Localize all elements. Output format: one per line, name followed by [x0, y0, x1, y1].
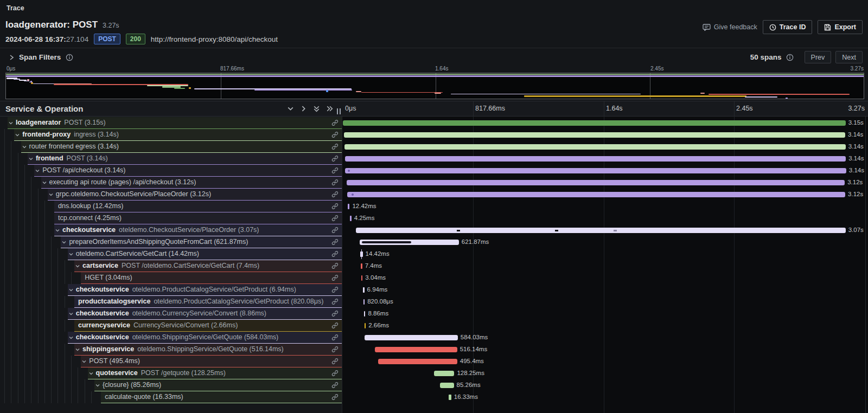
span-link-icon[interactable]	[331, 286, 339, 293]
span-link-icon[interactable]	[331, 322, 339, 329]
span-link-icon[interactable]	[331, 262, 339, 269]
span-bar[interactable]	[356, 228, 846, 233]
chevron-down-icon[interactable]	[35, 168, 40, 173]
span-bar[interactable]	[361, 263, 362, 269]
chevron-down-icon[interactable]	[8, 120, 14, 126]
span-label[interactable]: productcatalogserviceoteldemo.ProductCat…	[74, 296, 342, 308]
span-label[interactable]: checkoutserviceoteldemo.ProductCatalogSe…	[68, 284, 342, 296]
chevron-down-icon[interactable]	[68, 311, 74, 317]
trace-id-button[interactable]: Trace ID	[763, 20, 813, 34]
span-link-icon[interactable]	[331, 155, 339, 162]
span-bar[interactable]	[378, 359, 457, 364]
span-link-icon[interactable]	[331, 143, 339, 150]
span-label[interactable]: dns.lookup (12.42ms)	[54, 201, 342, 212]
chevron-down-icon[interactable]	[15, 132, 20, 138]
span-link-icon[interactable]	[331, 393, 339, 401]
span-link-icon[interactable]	[331, 227, 339, 234]
span-bar[interactable]	[345, 168, 846, 173]
span-bar[interactable]	[344, 132, 845, 138]
span-bar[interactable]	[364, 311, 366, 317]
next-button[interactable]: Next	[835, 51, 863, 63]
span-bar[interactable]	[375, 347, 457, 352]
span-link-icon[interactable]	[331, 370, 339, 377]
span-label[interactable]: prepareOrderItemsAndShippingQuoteFromCar…	[61, 236, 342, 248]
span-link-icon[interactable]	[331, 131, 339, 138]
span-bar[interactable]	[434, 371, 455, 376]
chevron-down-icon[interactable]	[81, 359, 87, 364]
span-label[interactable]: cartservicePOST /oteldemo.CartService/Ge…	[74, 260, 342, 272]
span-label[interactable]: frontend-proxyingress (3.14s)	[14, 129, 342, 141]
span-link-icon[interactable]	[331, 191, 339, 198]
panel-title[interactable]: Trace	[7, 4, 24, 12]
span-label[interactable]: checkoutserviceoteldemo.ShippingService/…	[68, 332, 342, 344]
span-link-icon[interactable]	[331, 119, 339, 126]
expand-all-icon[interactable]	[326, 105, 334, 113]
span-bar[interactable]	[365, 323, 366, 328]
chevron-down-icon[interactable]	[68, 251, 74, 257]
span-bar[interactable]	[360, 240, 459, 245]
span-label[interactable]: currencyserviceCurrencyService/Convert (…	[74, 320, 342, 332]
span-bar[interactable]	[363, 299, 365, 305]
span-bar[interactable]	[365, 335, 458, 340]
span-label[interactable]: checkoutserviceoteldemo.CurrencyService/…	[68, 308, 342, 320]
span-filters-toggle[interactable]: Span Filters	[9, 48, 73, 66]
span-label[interactable]: executing api route (pages) /api/checkou…	[41, 177, 342, 189]
span-link-icon[interactable]	[331, 238, 339, 246]
span-label[interactable]: oteldemo.CartService/GetCart (14.42ms)	[68, 248, 342, 260]
span-label[interactable]: shippingserviceoteldemo.ShippingService/…	[74, 344, 342, 356]
export-button[interactable]: Export	[818, 20, 863, 34]
chevron-down-icon[interactable]	[75, 263, 80, 269]
span-bar[interactable]	[360, 251, 362, 257]
span-link-icon[interactable]	[331, 298, 339, 305]
span-link-icon[interactable]	[331, 346, 339, 353]
chevron-down-icon[interactable]	[28, 156, 34, 162]
span-label[interactable]: {closure} (85.26ms)	[94, 379, 342, 391]
chevron-down-icon[interactable]	[88, 371, 94, 376]
span-link-icon[interactable]	[331, 274, 339, 281]
span-label[interactable]: tcp.connect (4.25ms)	[54, 212, 342, 224]
chevron-down-icon[interactable]	[68, 335, 74, 340]
chevron-down-icon[interactable]	[75, 347, 80, 352]
trace-minimap[interactable]	[5, 73, 864, 99]
chevron-down-icon[interactable]	[68, 287, 74, 293]
span-bar[interactable]	[440, 383, 454, 388]
span-bar[interactable]	[345, 156, 846, 162]
collapse-all-icon[interactable]	[312, 105, 321, 113]
chevron-down-icon[interactable]	[42, 180, 47, 185]
prev-button[interactable]: Prev	[805, 51, 832, 63]
chevron-down-icon[interactable]	[95, 383, 100, 388]
span-bar[interactable]	[343, 120, 846, 126]
span-bar[interactable]	[449, 395, 451, 400]
span-label[interactable]: POST (495.4ms)	[81, 356, 342, 367]
span-bar[interactable]	[347, 192, 845, 197]
chevron-down-icon[interactable]	[22, 144, 27, 150]
span-label[interactable]: calculate-quote (16.33ms)	[101, 391, 342, 403]
span-link-icon[interactable]	[331, 167, 339, 174]
span-label[interactable]: checkoutserviceoteldemo.CheckoutService/…	[54, 224, 342, 236]
span-label[interactable]: router frontend egress (3.14s)	[21, 141, 342, 153]
span-bar[interactable]	[344, 144, 846, 150]
span-link-icon[interactable]	[331, 358, 339, 365]
span-label[interactable]: HGET (3.04ms)	[81, 272, 342, 284]
chevron-down-icon[interactable]	[61, 240, 67, 245]
info-icon[interactable]	[66, 54, 73, 61]
span-link-icon[interactable]	[331, 382, 339, 389]
span-label[interactable]: POST /api/checkout (3.14s)	[34, 165, 342, 177]
span-label[interactable]: loadgeneratorPOST (3.15s)	[8, 117, 342, 129]
chevron-down-icon[interactable]	[55, 228, 60, 233]
span-bar[interactable]	[361, 275, 363, 281]
column-resize-handle[interactable]	[337, 108, 341, 114]
collapse-one-icon[interactable]	[286, 105, 295, 113]
span-bar[interactable]	[363, 287, 365, 293]
span-bar[interactable]	[348, 204, 350, 209]
give-feedback-link[interactable]: Give feedback	[703, 23, 757, 31]
span-link-icon[interactable]	[331, 203, 339, 210]
span-link-icon[interactable]	[331, 179, 339, 186]
span-link-icon[interactable]	[331, 334, 339, 341]
span-link-icon[interactable]	[331, 250, 339, 257]
expand-one-icon[interactable]	[299, 105, 308, 113]
span-bar[interactable]	[347, 180, 845, 185]
span-link-icon[interactable]	[331, 215, 339, 222]
span-bar[interactable]	[350, 216, 352, 221]
span-label[interactable]: frontendPOST (3.14s)	[28, 153, 342, 165]
